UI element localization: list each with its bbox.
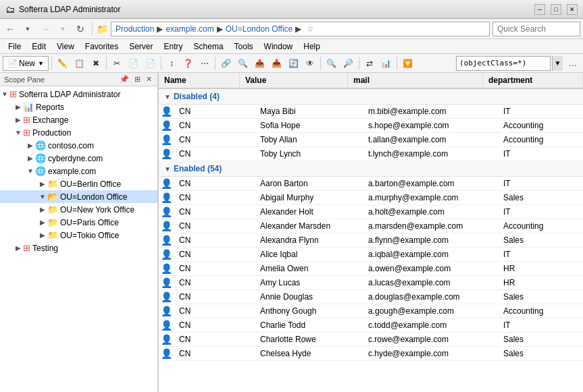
paste-button[interactable]: 📄 [126,56,141,71]
scope-pin-button[interactable]: 📌 [118,75,130,84]
copy2-button[interactable]: 📄 [143,56,158,71]
breadcrumb-bar[interactable]: Production ▶ example.com ▶ OU=London Off… [111,22,490,36]
example-toggle[interactable]: ▼ [26,167,35,175]
adv-search-button[interactable]: 🔎 [340,56,356,71]
filter-toggle-button[interactable]: 🔽 [400,56,415,71]
sidebar-item-berlin[interactable]: ▶ 📁 OU=Berlin Office [0,177,157,190]
table-row[interactable]: 👤 CN Amelia Owen a.owen@example.com HR [159,262,583,276]
dot-button[interactable]: ⋯ [197,56,212,71]
table-row[interactable]: 👤 CN Charlotte Rowe c.rowe@example.com S… [159,333,583,347]
menu-help[interactable]: Help [298,40,326,53]
menu-tools[interactable]: Tools [229,40,259,53]
delete-button[interactable]: ✖ [88,56,103,71]
move-button[interactable]: ↕ [164,56,179,71]
table-row[interactable]: 👤 CN Amy Lucas a.lucas@example.com HR [159,276,583,290]
refresh-button[interactable]: ↻ [73,22,88,36]
table-row[interactable]: 👤 CN Anthony Gough a.gough@example.com A… [159,304,583,318]
edit-button[interactable]: ✏️ [55,56,70,71]
table-row[interactable]: 👤 CN Sofia Hope s.hope@example.com Accou… [159,119,583,133]
sync-button[interactable]: 🔄 [286,56,301,71]
minimize-button[interactable]: ─ [534,4,545,15]
table-row[interactable]: 👤 CN Maya Bibi m.bibi@example.com IT [159,105,583,119]
breadcrumb-production[interactable]: Production [116,24,154,34]
group-toggle-disabled[interactable]: ▼ [164,93,171,101]
newyork-toggle[interactable]: ▶ [38,206,47,213]
back-button[interactable]: ← [3,22,18,36]
forward-button[interactable]: → [38,22,53,36]
sidebar-item-contoso[interactable]: ▶ 🌐 contoso.com [0,139,157,152]
menu-entry[interactable]: Entry [159,40,188,53]
table-row[interactable]: 👤 CN Chelsea Hyde c.hyde@example.com Sal… [159,347,583,361]
browse-button[interactable]: 🔍 [235,56,251,71]
group-toggle-enabled[interactable]: ▼ [164,165,171,173]
maximize-button[interactable]: □ [551,4,561,15]
table-row[interactable]: 👤 CN Alexander Marsden a.marsden@example… [159,219,583,233]
connect-button[interactable]: 🔗 [218,56,234,71]
new-button[interactable]: 📄 New ▼ [3,56,49,71]
berlin-toggle[interactable]: ▶ [38,180,47,188]
breadcrumb-example[interactable]: example.com [166,24,213,34]
breadcrumb-london[interactable]: OU=London Office [226,24,293,34]
menu-view[interactable]: View [51,40,80,53]
close-button[interactable]: ✕ [567,4,578,15]
table-row[interactable]: 👤 CN Charlie Todd c.todd@example.com IT [159,318,583,333]
table-row[interactable]: 👤 CN Toby Lynch t.lynch@example.com IT [159,147,583,161]
sidebar-item-london[interactable]: ▼ 📂 OU=London Office [0,190,157,203]
london-toggle[interactable]: ▼ [38,193,47,200]
menu-favorites[interactable]: Favorites [80,40,124,53]
sidebar-item-tokio[interactable]: ▶ 📁 OU=Tokio Office [0,229,157,242]
menu-edit[interactable]: Edit [26,40,51,53]
table-row[interactable]: 👤 CN Alexandra Flynn a.flynn@example.com… [159,233,583,248]
reports-toggle[interactable]: ▶ [14,103,23,111]
search2-button[interactable]: 🔍 [324,56,339,71]
menu-server[interactable]: Server [124,40,158,53]
sidebar-item-reports[interactable]: ▶ 📊 Reports [0,101,157,113]
table-row[interactable]: 👤 CN Toby Allan t.allan@example.com Acco… [159,133,583,147]
dir-button[interactable]: 📊 [378,56,394,71]
menu-file[interactable]: File [3,40,26,53]
group-header-enabled[interactable]: ▼ Enabled (54) [159,161,583,177]
copy-button[interactable]: 📋 [72,56,87,71]
exchange-toggle[interactable]: ▶ [14,116,23,123]
tree-root[interactable]: ▼ ⊞ Softerra LDAP Administrator [0,88,157,101]
col-header-department[interactable]: department [483,73,583,88]
help-toolbar-button[interactable]: ❓ [180,56,196,71]
back-btn2[interactable]: ▼ [20,22,35,36]
filter-dropdown-button[interactable]: ▼ [552,56,563,71]
cut-button[interactable]: ✂ [109,56,124,71]
paris-toggle[interactable]: ▶ [38,219,47,226]
filter-extra-button[interactable]: … [565,56,580,71]
col-header-value[interactable]: Value [240,73,348,88]
table-row[interactable]: 👤 CN Alexander Holt a.holt@example.com I… [159,205,583,219]
root-toggle[interactable]: ▼ [0,90,9,98]
scope-close-button[interactable]: ✕ [145,75,153,84]
tokio-toggle[interactable]: ▶ [38,231,47,239]
sidebar-item-example[interactable]: ▼ 🌐 example.com [0,165,157,177]
menu-schema[interactable]: Schema [188,40,229,53]
production-toggle[interactable]: ▼ [14,129,23,136]
sidebar-item-testing[interactable]: ▶ ⊞ Testing [0,242,157,254]
sidebar-item-newyork[interactable]: ▶ 📁 OU=New York Office [0,203,157,216]
view2-button[interactable]: 👁 [303,56,318,71]
menu-window[interactable]: Window [259,40,299,53]
sidebar-item-cyberdyne[interactable]: ▶ 🌐 cyberdyne.com [0,152,157,165]
refresh2-button[interactable]: ⇄ [362,56,377,71]
cyberdyne-toggle[interactable]: ▶ [26,155,35,162]
col-header-mail[interactable]: mail [348,73,483,88]
sidebar-item-production[interactable]: ▼ ⊞ Production [0,126,157,139]
sidebar-item-paris[interactable]: ▶ 📁 OU=Paris Office [0,216,157,229]
sidebar-item-exchange[interactable]: ▶ ⊞ Exchange [0,113,157,126]
col-header-name[interactable]: Name [159,73,240,88]
contoso-toggle[interactable]: ▶ [26,142,35,149]
import-button[interactable]: 📥 [269,56,284,71]
testing-toggle[interactable]: ▶ [14,244,23,252]
table-row[interactable]: 👤 CN Annie Douglas a.douglas@example.com… [159,290,583,304]
table-row[interactable]: 👤 CN Aaron Barton a.barton@example.com I… [159,177,583,191]
quick-search-input[interactable] [492,22,580,36]
group-header-disabled[interactable]: ▼ Disabled (4) [159,89,583,105]
export-button[interactable]: 📤 [252,56,268,71]
forward-btn2[interactable]: ▼ [55,22,70,36]
table-row[interactable]: 👤 CN Alice Iqbal a.iqbal@example.com IT [159,248,583,262]
scope-pin2-button[interactable]: ⊞ [133,75,142,84]
table-row[interactable]: 👤 CN Abigail Murphy a.murphy@example.com… [159,191,583,205]
